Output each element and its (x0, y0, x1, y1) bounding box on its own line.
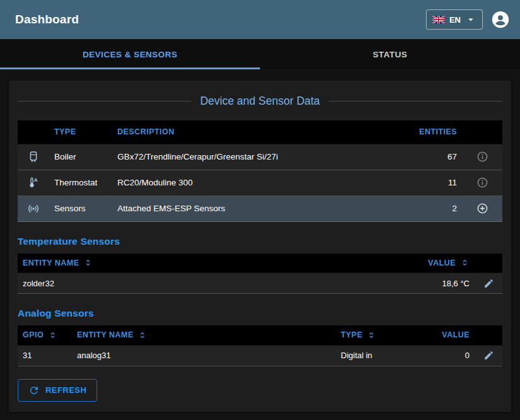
divider-line (329, 101, 502, 102)
col-edit-header (475, 325, 502, 345)
col-value-header: VALUE (399, 254, 475, 273)
col-value-header: VALUE (434, 325, 475, 345)
device-type: Thermostat (49, 170, 112, 195)
device-table: TYPE DESCRIPTION ENTITIES (18, 120, 502, 222)
app-header: Dashboard EN (0, 0, 520, 39)
col-action-header (462, 120, 502, 144)
appbar-actions: EN (426, 9, 510, 30)
temperature-table-header-row: ENTITY NAME VALUE (18, 254, 502, 273)
col-icon-header (18, 120, 49, 144)
account-button[interactable] (491, 10, 510, 29)
card-title: Device and Sensor Data (200, 95, 320, 108)
device-entities-count: 2 (405, 195, 462, 221)
device-type: Boiler (49, 144, 112, 170)
chevron-down-icon (465, 14, 476, 25)
device-description: RC20/Moduline 300 (112, 170, 405, 195)
page-title: Dashboard (15, 13, 79, 26)
col-gpio-header: GPIO (18, 325, 72, 345)
info-icon[interactable] (476, 177, 488, 189)
tab-status[interactable]: STATUS (260, 39, 520, 69)
device-table-header-row: TYPE DESCRIPTION ENTITIES (18, 120, 502, 144)
temperature-sensors-heading: Temperature Sensors (18, 236, 502, 247)
device-type: Sensors (49, 195, 112, 221)
refresh-icon (28, 385, 40, 396)
col-edit-header (475, 254, 502, 273)
thermostat-auto-icon: A (27, 176, 40, 190)
device-entities-count: 67 (405, 144, 462, 170)
sensor-entity-name: zolder32 (18, 273, 399, 294)
divider-line (18, 101, 191, 102)
svg-text:A: A (34, 177, 38, 183)
sort-icon[interactable] (48, 330, 57, 340)
sensor-type: Digital in (336, 345, 434, 366)
col-description-header: DESCRIPTION (112, 120, 405, 144)
analog-sensor-row[interactable]: 31 analog31 Digital in 0 (18, 345, 502, 366)
col-type-header: TYPE (49, 120, 112, 144)
active-tab-indicator (0, 67, 260, 69)
tab-devices-sensors[interactable]: DEVICES & SENSORS (0, 39, 260, 69)
device-row-thermostat[interactable]: A Thermostat RC20/Moduline 300 11 (18, 170, 502, 195)
sort-icon[interactable] (367, 330, 376, 340)
app-root: Dashboard EN (0, 0, 520, 412)
device-description: Attached EMS-ESP Sensors (112, 195, 405, 221)
analog-sensors-table: GPIO ENTITY NAME (18, 325, 502, 366)
sensors-icon (27, 202, 40, 216)
tab-bar: DEVICES & SENSORS STATUS (0, 39, 520, 69)
language-selector[interactable]: EN (426, 9, 483, 30)
col-entity-name-header: ENTITY NAME (72, 325, 336, 345)
edit-icon[interactable] (483, 278, 494, 289)
device-row-sensors[interactable]: Sensors Attached EMS-ESP Sensors 2 (18, 195, 502, 221)
edit-icon[interactable] (483, 350, 494, 361)
add-circle-icon[interactable] (476, 202, 488, 214)
uk-flag-icon (432, 16, 445, 23)
sensor-value: 18,6 °C (399, 273, 475, 294)
temperature-sensors-table: ENTITY NAME VALUE (18, 254, 502, 295)
analog-sensors-heading: Analog Sensors (18, 308, 502, 319)
sensor-entity-name: analog31 (72, 345, 336, 366)
refresh-button[interactable]: REFRESH (18, 379, 97, 402)
analog-table-header-row: GPIO ENTITY NAME (18, 325, 502, 345)
col-entities-header: ENTITIES (405, 120, 462, 144)
account-circle-icon (491, 10, 510, 29)
col-type-header: TYPE (336, 325, 434, 345)
refresh-button-label: REFRESH (45, 386, 86, 394)
info-icon[interactable] (476, 151, 488, 163)
dashboard-card: Device and Sensor Data TYPE DESCRIPTION … (9, 81, 511, 412)
boiler-icon (27, 150, 40, 164)
device-entities-count: 11 (405, 170, 462, 195)
col-entity-name-header: ENTITY NAME (18, 254, 399, 273)
main-content: Device and Sensor Data TYPE DESCRIPTION … (0, 69, 520, 412)
device-row-boiler[interactable]: Boiler GBx72/Trendline/Cerapur/Greenstar… (18, 144, 502, 170)
sensor-gpio: 31 (18, 345, 72, 366)
language-code: EN (449, 16, 461, 24)
sort-icon[interactable] (460, 258, 470, 267)
card-title-divider: Device and Sensor Data (18, 95, 502, 108)
sort-icon[interactable] (138, 330, 147, 340)
device-description: GBx72/Trendline/Cerapur/Greenstar Si/27i (112, 144, 405, 170)
sort-icon[interactable] (83, 258, 93, 267)
sensor-value: 0 (434, 345, 475, 366)
temperature-sensor-row[interactable]: zolder32 18,6 °C (18, 273, 502, 294)
